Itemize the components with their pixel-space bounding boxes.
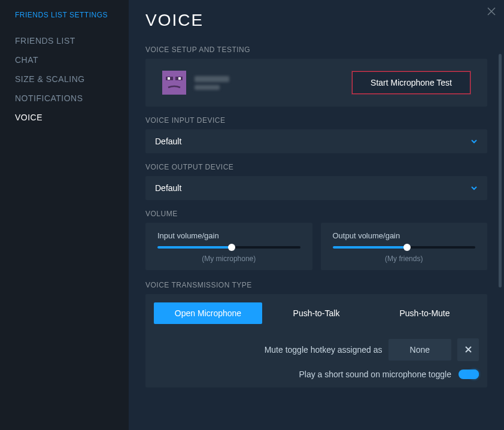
hotkey-clear-button[interactable]: [457, 338, 479, 361]
close-icon[interactable]: [487, 6, 496, 19]
chevron-down-icon: [470, 138, 478, 145]
transmission-panel: Open Microphone Push-to-Talk Push-to-Mut…: [145, 294, 487, 387]
tab-open-microphone[interactable]: Open Microphone: [154, 302, 262, 324]
user-name-redacted: [195, 76, 332, 90]
sidebar-item-notifications[interactable]: NOTIFICATIONS: [0, 89, 129, 108]
page-title: VOICE: [145, 11, 487, 30]
input-volume-title: Input volume/gain: [157, 231, 300, 240]
output-volume-panel: Output volume/gain (My friends): [321, 223, 488, 270]
sound-toggle[interactable]: [459, 370, 479, 379]
sidebar-item-chat[interactable]: CHAT: [0, 50, 129, 69]
section-label-volume: VOLUME: [145, 210, 487, 218]
close-icon: [465, 344, 472, 355]
voice-input-device-select[interactable]: Default: [145, 129, 487, 153]
voice-output-device-select[interactable]: Default: [145, 176, 487, 200]
voice-setup-panel: Start Microphone Test: [145, 59, 487, 107]
tab-push-to-talk[interactable]: Push-to-Talk: [262, 302, 371, 324]
start-mic-test-button[interactable]: Start Microphone Test: [352, 71, 470, 94]
hotkey-assign-button[interactable]: None: [388, 339, 451, 361]
scrollbar[interactable]: [499, 54, 502, 287]
hotkey-label: Mute toggle hotkey assigned as: [265, 345, 382, 355]
input-volume-subtitle: (My microphone): [157, 255, 300, 263]
chevron-down-icon: [470, 184, 478, 192]
input-volume-panel: Input volume/gain (My microphone): [145, 223, 312, 270]
output-volume-title: Output volume/gain: [333, 231, 476, 240]
svg-rect-0: [162, 71, 186, 95]
tab-push-to-mute[interactable]: Push-to-Mute: [371, 302, 479, 324]
section-label-output-device: VOICE OUTPUT DEVICE: [145, 163, 487, 171]
section-label-input-device: VOICE INPUT DEVICE: [145, 116, 487, 125]
sidebar-item-friends-list[interactable]: FRIENDS LIST: [0, 31, 129, 50]
sidebar-item-size-scaling[interactable]: SIZE & SCALING: [0, 69, 129, 89]
voice-input-device-value: Default: [155, 137, 181, 146]
section-label-setup: VOICE SETUP AND TESTING: [145, 46, 487, 54]
section-label-transmission: VOICE TRANSMISSION TYPE: [145, 281, 487, 289]
output-volume-slider[interactable]: [333, 246, 476, 249]
sidebar-header: FRIENDS LIST SETTINGS: [0, 11, 129, 31]
voice-output-device-value: Default: [155, 183, 181, 193]
svg-rect-3: [168, 77, 170, 80]
sound-toggle-label: Play a short sound on microphone toggle: [299, 370, 452, 379]
sidebar-item-voice[interactable]: VOICE: [0, 108, 129, 127]
avatar: [162, 71, 186, 95]
output-volume-subtitle: (My friends): [333, 255, 476, 263]
svg-rect-4: [178, 77, 181, 80]
input-volume-slider[interactable]: [157, 246, 300, 249]
